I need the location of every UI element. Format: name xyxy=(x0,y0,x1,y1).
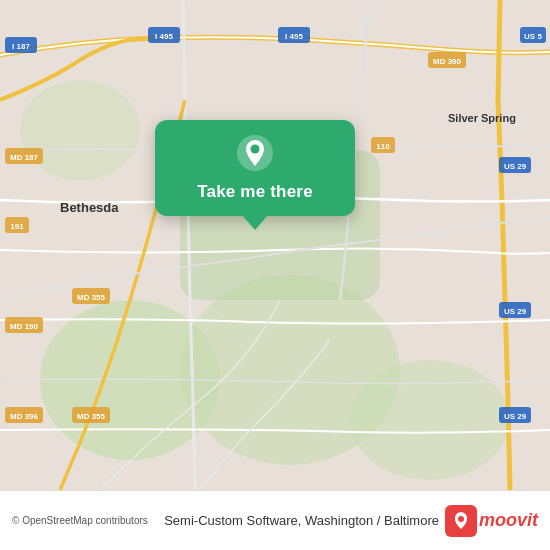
svg-text:I 187: I 187 xyxy=(12,42,30,51)
location-pin-icon xyxy=(236,134,274,172)
svg-point-5 xyxy=(20,80,140,180)
svg-text:US 29: US 29 xyxy=(504,307,527,316)
take-me-there-button[interactable]: Take me there xyxy=(155,120,355,216)
svg-text:I 495: I 495 xyxy=(155,32,173,41)
svg-text:US 5: US 5 xyxy=(524,32,542,41)
svg-text:US 29: US 29 xyxy=(504,412,527,421)
svg-text:MD 190: MD 190 xyxy=(10,322,39,331)
callout-label: Take me there xyxy=(197,182,313,202)
svg-point-39 xyxy=(251,145,260,154)
svg-text:110: 110 xyxy=(376,142,390,151)
svg-text:MD 390: MD 390 xyxy=(433,57,462,66)
svg-text:US 29: US 29 xyxy=(504,162,527,171)
svg-text:MD 355: MD 355 xyxy=(77,293,106,302)
svg-text:MD 396: MD 396 xyxy=(10,412,39,421)
moovit-text: moovit xyxy=(479,510,538,531)
svg-text:I 495: I 495 xyxy=(285,32,303,41)
svg-text:191: 191 xyxy=(10,222,24,231)
map-container: I 187 I 495 I 495 MD 390 US 5 Silver Spr… xyxy=(0,0,550,490)
svg-point-3 xyxy=(350,360,510,480)
svg-point-42 xyxy=(458,516,464,522)
svg-text:MD 187: MD 187 xyxy=(10,153,39,162)
app-name: Semi-Custom Software, Washington / Balti… xyxy=(164,513,439,528)
moovit-brand-icon xyxy=(445,505,477,537)
copyright-text: © OpenStreetMap contributors xyxy=(12,515,154,526)
svg-text:Bethesda: Bethesda xyxy=(60,200,119,215)
app-info: Semi-Custom Software, Washington / Balti… xyxy=(164,505,538,537)
svg-text:MD 355: MD 355 xyxy=(77,412,106,421)
moovit-logo: moovit xyxy=(445,505,538,537)
bottom-bar: © OpenStreetMap contributors Semi-Custom… xyxy=(0,490,550,550)
svg-text:Silver Spring: Silver Spring xyxy=(448,112,516,124)
